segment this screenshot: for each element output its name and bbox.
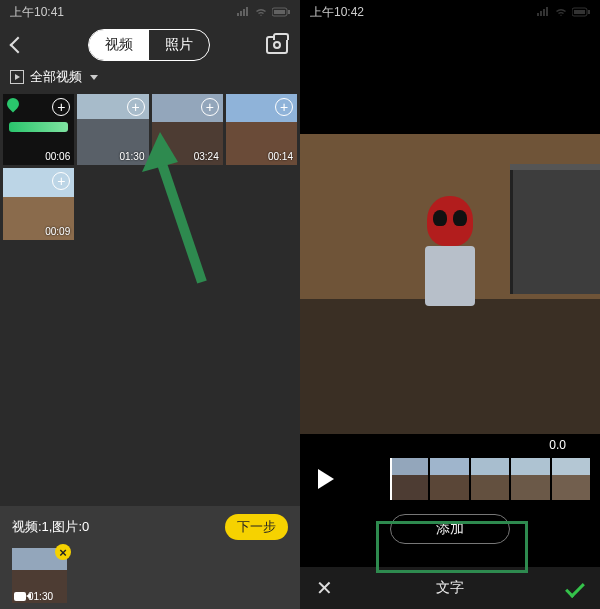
timeline-frame: [552, 458, 590, 500]
play-button[interactable]: [310, 469, 342, 489]
add-text-button[interactable]: 添加: [390, 514, 510, 544]
video-camera-icon: [14, 592, 26, 601]
status-icons: [236, 7, 290, 17]
video-thumb[interactable]: + 00:09: [3, 168, 74, 239]
video-thumb[interactable]: + 03:24: [152, 94, 223, 165]
confirm-icon[interactable]: [565, 578, 585, 598]
media-type-segment: 视频 照片: [88, 29, 210, 61]
add-circle-icon[interactable]: +: [127, 98, 145, 116]
next-button[interactable]: 下一步: [225, 514, 288, 540]
video-grid-row2: + 00:09: [0, 165, 300, 242]
editor-mode-label: 文字: [436, 579, 464, 597]
thumb-duration: 03:24: [194, 151, 219, 162]
status-bar: 上午10:42: [300, 0, 600, 24]
video-thumb[interactable]: + 00:06: [3, 94, 74, 165]
remove-icon[interactable]: ×: [55, 544, 71, 560]
status-time: 上午10:42: [310, 4, 364, 21]
timeline-frame: [430, 458, 468, 500]
status-time: 上午10:41: [10, 4, 64, 21]
selected-thumb[interactable]: × 01:30: [12, 548, 67, 603]
status-icons: [536, 7, 590, 17]
add-circle-icon[interactable]: +: [275, 98, 293, 116]
selection-tray: 视频:1,图片:0 下一步 × 01:30: [0, 506, 300, 609]
chevron-down-icon: [90, 75, 98, 80]
picker-header: 视频 照片: [0, 24, 300, 66]
thumb-duration: 00:09: [45, 226, 70, 237]
add-circle-icon[interactable]: +: [201, 98, 219, 116]
preview-figure: [410, 196, 490, 346]
play-icon: [318, 469, 334, 489]
timeline-frame: [471, 458, 509, 500]
timeline: [300, 452, 600, 504]
editor-bottom-bar: ✕ 文字: [300, 567, 600, 609]
selected-duration: 01:30: [28, 591, 53, 602]
thumb-duration: 01:30: [119, 151, 144, 162]
svg-rect-6: [574, 10, 585, 14]
video-thumb[interactable]: + 00:14: [226, 94, 297, 165]
tab-photo[interactable]: 照片: [149, 30, 209, 60]
timeline-frame: [511, 458, 549, 500]
tab-video[interactable]: 视频: [89, 30, 149, 60]
video-preview[interactable]: [300, 134, 600, 434]
back-icon[interactable]: [10, 37, 27, 54]
close-icon[interactable]: ✕: [316, 576, 333, 600]
status-bar: 上午10:41: [0, 0, 300, 24]
thumb-duration: 00:14: [268, 151, 293, 162]
svg-rect-1: [274, 10, 285, 14]
video-grid: + 00:06 + 01:30 + 03:24 + 00:14: [0, 94, 300, 165]
video-folder-icon: [10, 70, 24, 84]
screen-text-editor: 上午10:42 0.0 添加 ✕ 文字: [300, 0, 600, 609]
timeline-frame: [390, 458, 428, 500]
cursor-time: 0.0: [300, 434, 600, 452]
video-thumb[interactable]: + 01:30: [77, 94, 148, 165]
folder-label: 全部视频: [30, 68, 82, 86]
screen-media-picker: 上午10:41 视频 照片 全部视频 + 00:06 + 01:30: [0, 0, 300, 609]
thumb-duration: 00:06: [45, 151, 70, 162]
svg-rect-2: [288, 10, 290, 14]
svg-rect-7: [588, 10, 590, 14]
camera-icon[interactable]: [266, 36, 288, 54]
folder-selector[interactable]: 全部视频: [0, 66, 300, 94]
selection-summary: 视频:1,图片:0: [12, 518, 89, 536]
timeline-strip[interactable]: [356, 458, 590, 500]
